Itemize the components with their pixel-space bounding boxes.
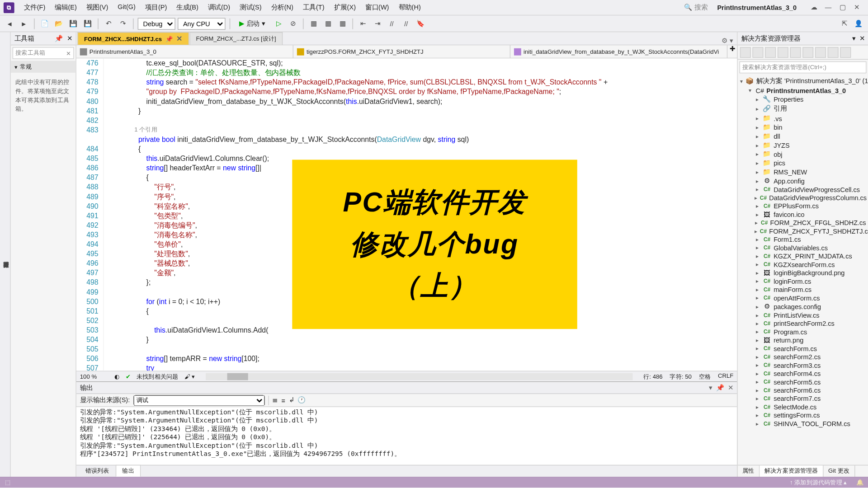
tree-node[interactable]: ▸C#searchForm4.cs: [738, 370, 868, 378]
tree-node[interactable]: ▸C#Program.cs: [738, 328, 868, 336]
tree-node[interactable]: ▸C#searchForm3.cs: [738, 361, 868, 369]
close-icon[interactable]: ✕: [853, 4, 861, 11]
tree-node[interactable]: ▸🔧Properties: [738, 95, 868, 104]
new-icon[interactable]: 📄: [39, 18, 51, 29]
menu-item[interactable]: Git(G): [113, 1, 141, 14]
tree-node[interactable]: ▸C#Form1.cs: [738, 235, 868, 244]
source-control-button[interactable]: ↑ 添加到源代码管理 ▴: [790, 478, 847, 486]
clock-icon[interactable]: 🕐: [297, 396, 306, 404]
clear-icon[interactable]: ✕: [66, 50, 71, 56]
tree-node[interactable]: ▸C#KGZX_PRINT_MJDATA.cs: [738, 252, 868, 260]
dropdown-icon[interactable]: ▾: [852, 35, 856, 42]
tree-node[interactable]: ▸C#settingsForm.cs: [738, 411, 868, 419]
dropdown-icon[interactable]: ▾: [730, 37, 733, 45]
tab-git-changes[interactable]: Git 更改: [824, 465, 855, 477]
tree-node[interactable]: ▸🔗引用: [738, 104, 868, 114]
clear-icon[interactable]: ≣: [272, 396, 278, 404]
tree-node[interactable]: ▸📁obj: [738, 150, 868, 159]
redo-icon[interactable]: ↷: [117, 18, 129, 29]
tree-node[interactable]: ▾📦解决方案 'PrintInstrumentAtlas_3_0' (1 个项目: [738, 76, 868, 86]
tree-node[interactable]: ▸📁.vs: [738, 114, 868, 123]
share-icon[interactable]: ⇱: [839, 18, 850, 29]
nav-method[interactable]: initi_dataGridView_from_database_by_t_WJ…: [510, 45, 727, 58]
menu-item[interactable]: 帮助(H): [394, 1, 425, 14]
menu-item[interactable]: 编辑(E): [50, 1, 81, 14]
outdent-icon[interactable]: ⇥: [372, 18, 383, 29]
menu-item[interactable]: 工具(T): [298, 1, 329, 14]
saveall-icon[interactable]: 💾: [82, 18, 94, 29]
close-icon[interactable]: ✕: [67, 35, 72, 42]
tree-node[interactable]: ▸C#printSearchForm2.cs: [738, 319, 868, 328]
solution-search[interactable]: 搜索解决方案资源管理器(Ctrl+;): [740, 61, 867, 73]
zoom-level[interactable]: 100 %: [80, 373, 108, 380]
tree-node[interactable]: ▸C#GlobalVariables.cs: [738, 244, 868, 252]
tree-node[interactable]: ▸📁pics: [738, 159, 868, 168]
close-icon[interactable]: ✕: [176, 35, 182, 43]
tree-node[interactable]: ▸📁RMS_NEW: [738, 168, 868, 177]
tb2-icon[interactable]: ▦: [322, 18, 334, 29]
bookmark-icon[interactable]: 🔖: [415, 18, 426, 29]
menu-item[interactable]: 文件(F): [19, 1, 50, 14]
undo-icon[interactable]: ↶: [103, 18, 114, 29]
comment-icon[interactable]: //: [386, 18, 397, 29]
pin-icon[interactable]: 📌: [716, 384, 724, 391]
tab-errorlist[interactable]: 错误列表: [79, 465, 116, 477]
menu-item[interactable]: 扩展(X): [329, 1, 360, 14]
tree-node[interactable]: ▸⚙packages.config: [738, 302, 868, 311]
tab-form-ztj-design[interactable]: FORM_ZHCX_...ZTJ.cs [设计]: [189, 32, 283, 45]
menu-item[interactable]: 生成(B): [172, 1, 203, 14]
tree-node[interactable]: ▸C#SelectMode.cs: [738, 403, 868, 411]
menu-item[interactable]: 测试(S): [235, 1, 266, 14]
close-icon[interactable]: ✕: [859, 35, 865, 42]
global-search[interactable]: 🔍 搜索: [684, 3, 708, 12]
toolbox-search[interactable]: 搜索工具箱✕: [13, 47, 74, 59]
dropdown-icon[interactable]: ▾: [709, 384, 712, 391]
tree-node[interactable]: ▸📁bin: [738, 123, 868, 132]
tree-node[interactable]: ▸C#loginForm.cs: [738, 277, 868, 285]
tb3-icon[interactable]: ▦: [336, 18, 348, 29]
tree-node[interactable]: ▸🖼return.png: [738, 336, 868, 344]
tree-node[interactable]: ▸C#searchForm.cs: [738, 344, 868, 352]
config-select[interactable]: Debug: [138, 18, 175, 29]
save-icon[interactable]: 💾: [67, 18, 79, 29]
pin-icon[interactable]: 📌: [55, 35, 63, 42]
uncomment-icon[interactable]: //: [400, 18, 412, 29]
tree-node[interactable]: ▸📁dll: [738, 131, 868, 141]
tree-node[interactable]: ▸C#searchForm2.cs: [738, 353, 868, 361]
toggle-icon[interactable]: ≡: [281, 397, 285, 404]
menu-item[interactable]: 调试(D): [203, 1, 235, 14]
tab-form-shdhztj[interactable]: FORM_ZHCX...SHDHZTJ.cs📌✕: [77, 32, 189, 45]
stop-icon[interactable]: ⊘: [287, 18, 298, 29]
tab-properties[interactable]: 属性: [738, 465, 760, 477]
tree-node[interactable]: ▸C#EPPlusForm.cs: [738, 202, 868, 210]
tree-node[interactable]: ▸C#FORM_ZHCX_FYTJ_SHDHZTJ.cs: [738, 227, 868, 235]
gear-icon[interactable]: ⚙: [722, 37, 727, 45]
cloud-icon[interactable]: ☁: [810, 4, 818, 11]
nav-project[interactable]: PrintInstrumentAtlas_3_0: [76, 45, 293, 58]
output-content[interactable]: 引发的异常:"System.ArgumentNullException"(位于 …: [76, 407, 737, 465]
tree-node[interactable]: ▸C#FORM_ZHCX_FFGL_SHDHZ.cs: [738, 219, 868, 227]
platform-select[interactable]: Any CPU: [178, 18, 226, 29]
tb1-icon[interactable]: ▦: [308, 18, 320, 29]
server-explorer-tab[interactable]: 服务器资源管理器: [0, 32, 11, 477]
tree-node[interactable]: ▸🖼loginBigBackground.png: [738, 269, 868, 277]
back-icon[interactable]: ◄: [4, 18, 15, 29]
start-button[interactable]: ▶启动 ▾: [234, 18, 270, 29]
output-from-select[interactable]: 调试: [133, 395, 264, 406]
open-icon[interactable]: 📂: [53, 18, 65, 29]
tree-node[interactable]: ▸C#openAttForm.cs: [738, 294, 868, 302]
tab-output[interactable]: 输出: [116, 465, 141, 477]
indent-icon[interactable]: ⇤: [357, 18, 369, 29]
toolbox-group[interactable]: ▾常规: [11, 61, 76, 73]
user-icon[interactable]: 👤: [853, 18, 864, 29]
tree-node[interactable]: ▸⚙App.config: [738, 176, 868, 185]
hscrollbar[interactable]: [206, 373, 633, 380]
minimize-icon[interactable]: —: [824, 4, 832, 11]
tree-node[interactable]: ▸C#PrintListView.cs: [738, 311, 868, 319]
close-icon[interactable]: ✕: [728, 384, 733, 391]
tree-node[interactable]: ▾C#PrintInstrumentAtlas_3_0: [738, 86, 868, 94]
menu-item[interactable]: 视图(V): [81, 1, 113, 14]
nav-class[interactable]: tigerzzPOS.FORM_ZHCX_FYTJ_SHDHZTJ: [293, 45, 510, 58]
split-icon[interactable]: ✚: [727, 45, 737, 58]
start-noDebug-icon[interactable]: ▷: [273, 18, 284, 29]
